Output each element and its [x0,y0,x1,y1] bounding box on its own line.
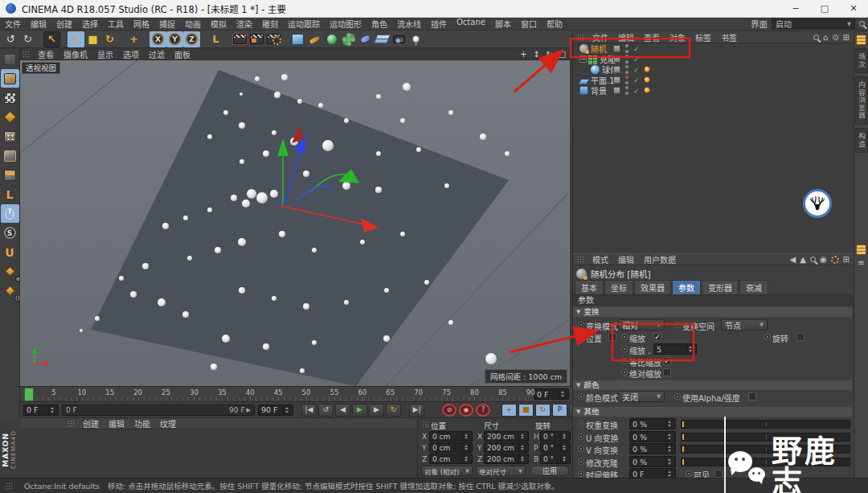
material-menu-item[interactable]: 功能 [129,417,155,429]
menubar-item[interactable]: 帮助 [542,18,567,30]
make-editable-icon[interactable] [1,50,19,68]
rotate-tool[interactable]: ↻ [101,31,118,47]
visibility-dot[interactable] [625,92,628,95]
param-radio[interactable] [621,369,628,376]
interface-dropdown[interactable]: 启动▼ [772,18,855,29]
move-tool[interactable]: + [68,31,84,47]
phong-tag-icon[interactable] [644,76,650,83]
add-environment-button[interactable] [374,31,391,47]
menu-icon[interactable]: ≡ [858,258,864,267]
visibility-dot[interactable] [625,76,628,79]
param-radio[interactable] [578,393,584,400]
om-target-icon[interactable]: ⊙ [832,33,838,42]
record-active-objects-button[interactable]: ⊘ [442,404,457,417]
drag-grip[interactable] [422,421,430,428]
object-menu-item[interactable]: 查看 [639,31,665,43]
toggle-panel-icon[interactable]: □ [557,49,567,60]
layer-box-icon[interactable] [613,55,620,63]
menubar-item[interactable]: 渲染 [231,18,257,30]
rotation-p-field[interactable]: 0 ° [540,442,571,453]
x-axis-toggle[interactable]: X [149,31,166,47]
menubar-item[interactable]: 选择 [77,18,103,30]
viewport-menu-item[interactable]: 查看 [33,48,59,60]
scale-enable-checked[interactable]: ✓ [653,333,661,341]
key-parameter-toggle[interactable]: P [552,404,567,417]
transform-space-dropdown[interactable]: 节点▼ [721,319,768,331]
om-new-panel-icon[interactable]: ⊞ [843,33,850,42]
timeline-ruler[interactable]: 0 F 051015202530354045505560657075808590 [20,386,572,402]
position-checked[interactable] [608,333,616,341]
visibility-dot[interactable] [625,60,628,64]
param-radio[interactable] [578,433,584,440]
search-icon[interactable] [859,21,865,27]
am-forward-icon[interactable]: ▲ [800,255,806,264]
transform-mode-dropdown[interactable]: 相对▼ [618,319,665,331]
viewport-solo-icon[interactable] [1,204,19,223]
y-axis-toggle[interactable]: Y [166,31,183,47]
rotation-checked[interactable] [796,333,805,341]
viewport-menu-item[interactable]: 过滤 [144,48,170,60]
param-field[interactable]: 0 % [629,456,676,467]
tab-衰减[interactable]: 衰减 [739,280,768,294]
visibility-dot[interactable] [625,44,628,47]
visibility-dot[interactable] [625,65,628,68]
position-mode-dropdown[interactable]: 对象 (相对)▼ [421,466,473,476]
param-field[interactable]: 0 % [629,443,676,454]
dock-tab-构造[interactable]: 构造 [855,128,868,153]
rotate-view-icon[interactable]: ↻ [544,49,555,60]
z-axis-toggle[interactable]: Z [183,31,200,47]
viewport-view-label[interactable]: 透视视图 [22,62,60,74]
visible-checkbox[interactable] [714,470,723,478]
expand-icon[interactable]: − [579,55,587,63]
size-y-field[interactable]: 200 cm [484,442,529,453]
position-y-field[interactable]: 0 cm [429,442,473,453]
frame-field[interactable]: 0 F [534,388,569,400]
layer-palette-icon[interactable] [856,35,866,45]
object-name[interactable]: 背景 [591,84,607,97]
position-z-field[interactable]: 0 cm [429,454,473,464]
material-manager[interactable]: 创建编辑功能纹理 [20,418,418,478]
menubar-item[interactable]: 编辑 [26,18,51,30]
group-transform[interactable]: ▼变换 [573,307,852,317]
add-deformer-button[interactable] [357,31,374,47]
visibility-dot[interactable] [625,55,628,58]
layer-box-icon[interactable] [613,66,620,73]
visibility-dots[interactable] [625,44,628,53]
visibility-dot[interactable] [625,81,628,84]
autokeying-button[interactable]: ◉ [459,404,473,417]
key-scale-toggle[interactable]: ■ [518,404,534,417]
attribute-menu-item[interactable]: 用户数据 [639,253,681,265]
polygons-mode-icon[interactable] [1,166,19,184]
visibility-dot[interactable] [625,50,628,53]
apply-button[interactable]: 应用 [530,466,569,476]
menubar-item[interactable]: 工具 [103,18,129,30]
param-radio[interactable] [674,322,681,328]
size-mode-dropdown[interactable]: 绝对尺寸▼ [476,466,526,476]
rotation-b-field[interactable]: 0 ° [540,454,571,464]
spinner[interactable] [665,419,673,429]
object-row-3[interactable]: 平面.1✓ [573,75,854,85]
keyframe-mode-icon[interactable]: S [1,224,19,242]
om-search-icon[interactable] [813,35,819,40]
goto-end-button[interactable]: ▶| [409,404,424,417]
maximize-button[interactable]: □ [810,0,839,17]
render-settings-button[interactable] [265,31,282,47]
timeline-marker[interactable] [24,388,34,401]
attribute-menu-item[interactable]: 模式 [588,253,613,265]
param-radio[interactable] [578,322,584,328]
drag-grip[interactable] [577,34,585,41]
render-picture-viewer-button[interactable] [248,31,265,47]
om-home-icon[interactable]: ⌂ [823,33,828,42]
param-field[interactable]: 0 % [629,431,676,442]
object-menu-item[interactable]: 书签 [716,31,742,43]
am-new-panel-icon[interactable]: ⊞ [843,255,850,264]
object-row-4[interactable]: 背景✓ [573,85,854,96]
model-mode-icon[interactable] [1,69,19,88]
object-menu-item[interactable]: 对象 [665,31,690,43]
menubar-item[interactable]: 角色 [366,18,392,30]
menubar-item[interactable]: 动画 [180,18,206,30]
object-menu-item[interactable]: 编辑 [613,31,639,43]
param-radio[interactable] [578,470,584,477]
group-other[interactable]: ▼其他 [573,407,852,417]
add-cube-button[interactable] [289,31,306,47]
